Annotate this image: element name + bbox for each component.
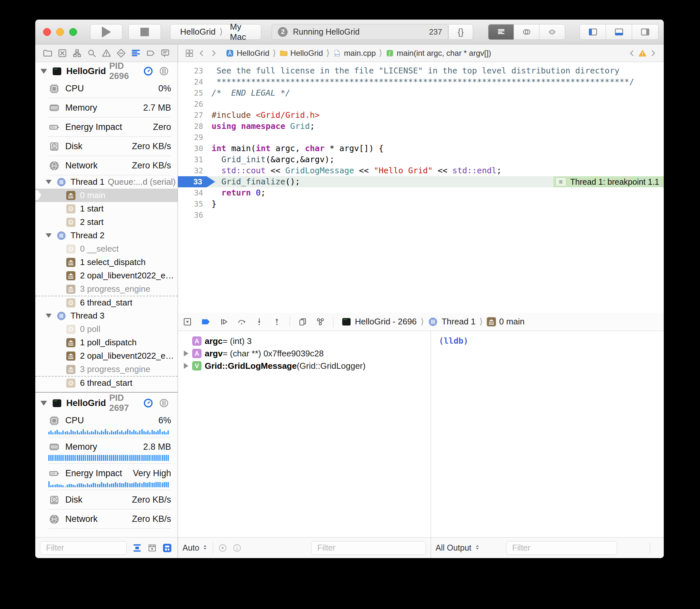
gauge-row-energy-impact[interactable]: Energy ImpactZero — [48, 118, 171, 137]
disclosure-triangle[interactable] — [184, 350, 188, 356]
stack-frame-row[interactable]: 1 select_dispatch — [35, 256, 177, 269]
crashed-threads-filter-icon[interactable] — [146, 542, 158, 554]
assistant-editor-button[interactable] — [514, 24, 540, 39]
gauge-row-network[interactable]: NetworkZero KB/s — [48, 509, 171, 529]
step-over-icon[interactable] — [237, 317, 246, 327]
line-number[interactable]: 27 — [178, 110, 203, 121]
breadcrumb-item[interactable]: main.cpp — [344, 49, 375, 58]
view-hierarchy-icon[interactable] — [298, 317, 308, 327]
stack-frame-row[interactable]: 0 main — [35, 189, 177, 202]
stack-frame-row[interactable]: ⚙1 start — [35, 202, 177, 215]
gauge-row-energy-impact[interactable]: Energy ImpactVery High — [48, 464, 171, 490]
gauge-row-cpu[interactable]: CPU0% — [48, 79, 171, 98]
process-row[interactable]: HelloGridPID 2697 — [35, 394, 177, 410]
step-into-icon[interactable] — [254, 317, 264, 327]
navigator-tab-search-icon[interactable] — [86, 48, 97, 58]
console-scope-popup[interactable]: All Output — [436, 543, 481, 553]
step-out-icon[interactable] — [272, 317, 282, 327]
stack-frame-row[interactable]: 3 progress_engine — [35, 363, 177, 376]
stack-frame-row[interactable]: 2 opal_libevent2022_ev… — [35, 349, 177, 363]
stack-frame-row[interactable]: ⚙0 __select — [35, 242, 177, 256]
stack-frame-row[interactable]: ⚙6 thread_start — [35, 376, 177, 389]
line-number[interactable]: 26 — [178, 99, 203, 110]
breadcrumb-item[interactable]: HelloGrid — [290, 49, 323, 58]
thread-row[interactable]: Thread 3 — [35, 309, 177, 323]
navigator-filter-field[interactable]: Filter — [40, 541, 127, 555]
code-line[interactable]: 25/* END LEGAL */ — [178, 87, 664, 99]
line-number[interactable]: 36 — [178, 210, 203, 221]
navigator-tab-tests-icon[interactable] — [116, 48, 126, 58]
code-line[interactable]: 29 — [178, 132, 664, 143]
stripes-circle-icon[interactable] — [159, 66, 169, 76]
breadcrumb-item[interactable]: HelloGrid — [237, 49, 269, 58]
thread-row[interactable]: Thread 1Queue:...d (serial) — [35, 175, 177, 189]
code-line[interactable]: 24 *************************************… — [178, 76, 664, 87]
line-number[interactable]: 29 — [178, 132, 203, 143]
close-window-button[interactable] — [43, 28, 51, 36]
navigator-tab-breakpoints-icon[interactable] — [145, 48, 156, 58]
line-number[interactable]: 24 — [178, 76, 203, 87]
line-number[interactable]: 31 — [178, 154, 203, 165]
navigator-tab-source-control-icon[interactable] — [57, 48, 68, 58]
line-number[interactable]: 32 — [178, 165, 203, 176]
disclosure-triangle[interactable] — [40, 69, 47, 74]
quicklook-eye-icon[interactable] — [218, 543, 227, 553]
debug-breadcrumb-item[interactable]: 0 main — [499, 317, 525, 327]
breakpoints-toggle-icon[interactable] — [200, 316, 211, 327]
console-filter-field[interactable]: Filter — [506, 541, 617, 555]
gauge-row-memory[interactable]: Memory2.7 MB — [48, 98, 171, 118]
disclosure-triangle[interactable] — [184, 363, 188, 369]
back-chevron-icon[interactable] — [198, 49, 206, 57]
code-line[interactable]: 27#include <Grid/Grid.h> — [178, 110, 664, 121]
next-issue-button[interactable] — [649, 49, 657, 57]
code-snippets-button[interactable]: {} — [448, 24, 473, 40]
gauge-row-disk[interactable]: DiskZero KB/s — [48, 137, 171, 156]
variables-scope-popup[interactable]: Auto — [183, 543, 208, 553]
debug-breadcrumb-item[interactable]: HelloGrid - 2696 — [355, 317, 416, 327]
toggle-navigator-button[interactable] — [580, 24, 606, 39]
hamburger-icon[interactable]: ≡ — [556, 177, 566, 186]
related-items-icon[interactable] — [185, 48, 194, 58]
breadcrumb-item[interactable]: main(int argc, char * argv[]) — [397, 49, 491, 58]
disclosure-triangle[interactable] — [46, 180, 52, 184]
standard-editor-button[interactable] — [489, 24, 514, 39]
code-line[interactable]: 23 See the full license in the file "LIC… — [178, 65, 664, 76]
warning-count[interactable]: 237 — [426, 28, 442, 37]
stripes-circle-icon[interactable] — [159, 398, 169, 408]
line-number[interactable]: 30 — [178, 143, 203, 154]
code-line[interactable]: 26 — [178, 99, 664, 110]
gauge-row-disk[interactable]: DiskZero KB/s — [48, 490, 171, 509]
code-line[interactable]: 32 std::cout << GridLogMessage << "Hello… — [178, 165, 664, 176]
variable-row[interactable]: A argc = (int) 3 — [178, 335, 431, 347]
gauge-speedo-icon[interactable] — [143, 66, 153, 76]
memory-graph-icon[interactable] — [315, 317, 325, 327]
version-editor-button[interactable] — [540, 24, 565, 39]
gauge-row-memory[interactable]: Memory2.8 MB — [48, 437, 171, 464]
code-line[interactable]: 34 return 0; — [178, 187, 664, 198]
navigator-tab-symbols-icon[interactable] — [72, 48, 82, 58]
breakpoint-badge[interactable]: 33 — [178, 176, 215, 187]
stack-frame-row[interactable]: 2 opal_libevent2022_ev… — [35, 269, 177, 282]
code-line[interactable]: 28using namespace Grid; — [178, 121, 664, 132]
minimize-window-button[interactable] — [56, 28, 64, 36]
navigator-tab-issues-icon[interactable] — [101, 48, 112, 58]
process-row[interactable]: HelloGridPID 2696 — [35, 62, 177, 78]
activity-status-view[interactable]: 2 Running HelloGrid 237 — [272, 24, 448, 40]
info-icon[interactable] — [232, 543, 242, 553]
source-editor[interactable]: 23 See the full license in the file "LIC… — [178, 62, 664, 313]
variables-filter-field[interactable]: Filter — [311, 541, 426, 555]
code-line[interactable]: 30int main(int argc, char * argv[]) { — [178, 143, 664, 154]
debug-breadcrumb-item[interactable]: Thread 1 — [441, 317, 475, 327]
code-line-breakpoint[interactable]: 33 33 Grid_finalize(); ≡ Thread 1: break… — [178, 176, 664, 187]
disclosure-triangle[interactable] — [40, 401, 47, 406]
line-number[interactable]: 28 — [178, 121, 203, 132]
stack-frame-row[interactable]: ⚙2 start — [35, 215, 177, 229]
run-button[interactable] — [90, 24, 122, 40]
navigator-tab-debug-gauge-icon[interactable] — [131, 48, 141, 58]
variable-row[interactable]: A argv = (char **) 0x7ffee9039c28 — [178, 347, 431, 360]
stack-frame-row[interactable]: ⚙0 poll — [35, 323, 177, 336]
line-number[interactable]: 35 — [178, 198, 203, 210]
navigator-tab-reports-icon[interactable] — [160, 48, 170, 58]
disclosure-triangle[interactable] — [46, 233, 52, 238]
breakpoint-annotation[interactable]: ≡ Thread 1: breakpoint 1.1 — [553, 176, 664, 187]
